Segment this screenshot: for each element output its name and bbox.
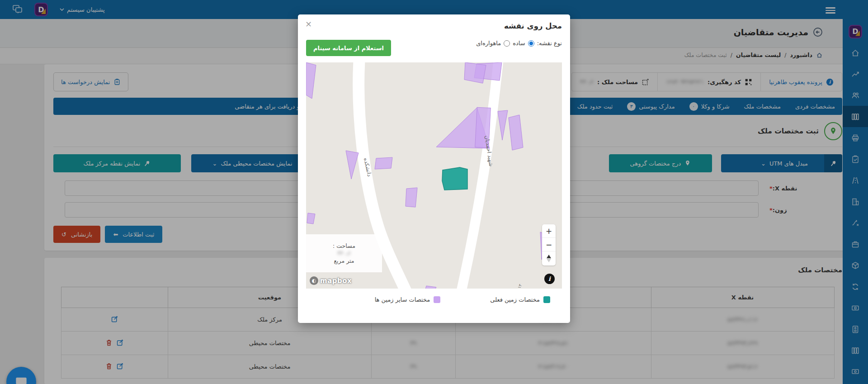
close-icon[interactable]: × xyxy=(305,20,312,28)
current-land-swatch xyxy=(543,296,550,303)
mapbox-map[interactable]: دانشکده شهید احمدیان مساحت : ۴۴۰٫۶ متر م… xyxy=(306,62,562,289)
sinam-inquiry-button[interactable]: استعلام از سامانه سینام xyxy=(306,40,391,56)
map-type-selector: نوع نقشه: ساده ماهواره‌ای xyxy=(476,40,562,47)
area-value: ۴۴۰٫۶ xyxy=(337,250,351,256)
area-info-box: مساحت : ۴۴۰٫۶ متر مربع xyxy=(306,234,382,272)
legend-current-land: مختصات زمین فعلی xyxy=(490,296,550,303)
legend-other-lands: مختصات سایر زمین ها xyxy=(375,296,441,303)
zoom-out-button[interactable]: − xyxy=(542,238,556,251)
modal-title: محل روی نقشه xyxy=(306,22,562,40)
map-location-modal: محل روی نقشه × نوع نقشه: ساده ماهواره‌ای… xyxy=(298,14,570,323)
other-lands-swatch xyxy=(434,296,440,303)
map-type-label: نوع نقشه: xyxy=(537,40,562,47)
map-info-button[interactable]: i xyxy=(544,274,555,284)
map-type-simple-radio[interactable] xyxy=(528,40,534,47)
mapbox-logo: ◐ mapbox xyxy=(310,276,352,285)
zoom-in-button[interactable]: + xyxy=(542,224,556,238)
map-zoom-controls: + − xyxy=(542,224,556,265)
map-legend: مختصات زمین فعلی مختصات سایر زمین ها xyxy=(306,289,562,310)
map-type-satellite-radio[interactable] xyxy=(504,40,510,47)
compass-button[interactable] xyxy=(542,252,556,265)
